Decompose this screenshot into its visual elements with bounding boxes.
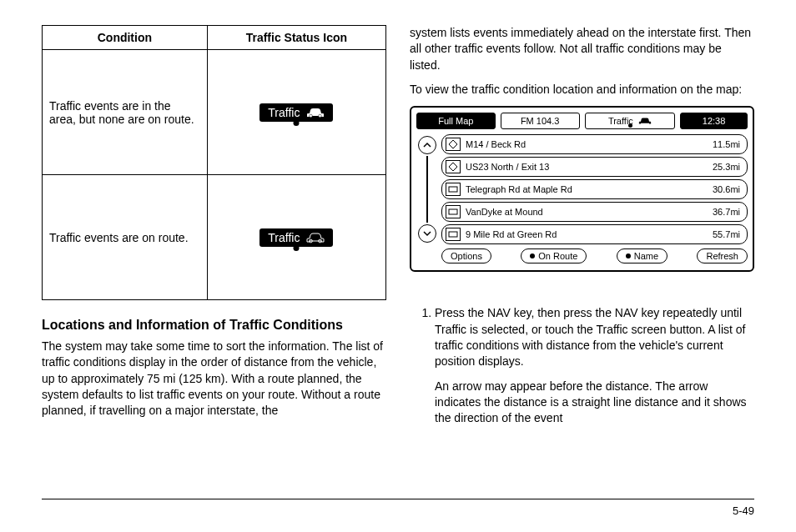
cond-2-text: Traffic events are on route. — [43, 175, 208, 300]
traffic-event-icon — [446, 205, 461, 218]
traffic-event-icon — [446, 183, 461, 196]
svg-rect-6 — [449, 232, 457, 237]
traffic-event-icon — [446, 160, 461, 173]
scroll-arrows — [416, 134, 438, 244]
tab-fullmap[interactable]: Full Map — [416, 113, 496, 129]
scroll-down-button[interactable] — [418, 224, 436, 243]
badge-dot-icon — [294, 120, 300, 126]
list-item[interactable]: 9 Mile Rd at Green Rd 55.7mi — [441, 224, 748, 244]
badge-dot-icon — [294, 245, 300, 251]
row-name: Telegraph Rd at Maple Rd — [466, 184, 704, 194]
traffic-condition-table: Condition Traffic Status Icon Traffic ev… — [42, 25, 386, 300]
row-distance: 36.7mi — [709, 207, 740, 217]
row-name: US23 North / Exit 13 — [466, 162, 704, 172]
tab-radio[interactable]: FM 104.3 — [501, 113, 580, 129]
list-item[interactable]: Telegraph Rd at Maple Rd 30.6mi — [441, 179, 748, 199]
list-item[interactable]: US23 North / Exit 13 25.3mi — [441, 157, 748, 177]
step-1-text: Press the NAV key, then press the NAV ke… — [435, 306, 745, 368]
refresh-button[interactable]: Refresh — [697, 248, 748, 263]
svg-point-0 — [310, 114, 313, 118]
cond-1-text: Traffic events are in the area, but none… — [43, 50, 208, 175]
th-condition: Condition — [43, 26, 208, 50]
nav-header: Full Map FM 104.3 Traffic 12:38 — [416, 113, 748, 129]
nav-footer: Options On Route Name Refresh — [416, 248, 748, 263]
tab-clock[interactable]: 12:38 — [680, 113, 748, 129]
traffic-badge-off-route: Traffic — [259, 103, 333, 122]
page-footer: 5-49 — [42, 499, 754, 517]
chevron-down-icon — [423, 230, 431, 237]
step-1-sub: An arrow may appear before the distance.… — [435, 379, 754, 427]
car-icon — [306, 232, 325, 243]
instruction-list: Press the NAV key, then press the NAV ke… — [410, 305, 754, 426]
row-name: VanDyke at Mound — [466, 207, 704, 217]
scroll-up-button[interactable] — [418, 136, 436, 154]
btn-label: Name — [634, 251, 658, 261]
car-icon — [306, 107, 325, 118]
th-icon: Traffic Status Icon — [207, 26, 385, 50]
traffic-event-icon — [446, 228, 461, 241]
car-icon — [638, 117, 652, 125]
cond-2-icon: Traffic — [207, 175, 385, 300]
tab-traffic[interactable]: Traffic — [585, 113, 676, 129]
btn-label: On Route — [538, 251, 577, 261]
section-heading: Locations and Information of Traffic Con… — [42, 317, 386, 334]
name-button[interactable]: Name — [617, 248, 668, 263]
dot-icon — [530, 253, 535, 258]
row-distance: 55.7mi — [709, 229, 740, 239]
svg-rect-4 — [449, 187, 457, 192]
table-row: Traffic events are in the area, but none… — [43, 50, 386, 175]
cond-1-icon: Traffic — [207, 50, 385, 175]
chevron-up-icon — [423, 142, 431, 148]
tab-dot-icon — [628, 123, 632, 128]
list-item[interactable]: VanDyke at Mound 36.7mi — [441, 202, 748, 222]
row-name: M14 / Beck Rd — [466, 139, 704, 149]
left-para: The system may take some time to sort th… — [42, 339, 386, 419]
scroll-track — [426, 156, 428, 223]
row-name: 9 Mile Rd at Green Rd — [466, 229, 704, 239]
traffic-list: M14 / Beck Rd 11.5mi US23 North / Exit 1… — [441, 134, 748, 244]
svg-point-1 — [319, 114, 322, 118]
traffic-badge-on-route: Traffic — [259, 228, 333, 247]
right-para-2: To view the traffic condition location a… — [410, 82, 754, 98]
on-route-button[interactable]: On Route — [521, 248, 587, 263]
row-distance: 11.5mi — [709, 139, 740, 149]
traffic-badge-label: Traffic — [268, 231, 300, 244]
options-button[interactable]: Options — [441, 248, 491, 263]
traffic-event-icon — [446, 138, 461, 151]
table-row: Traffic events are on route. Traffic — [43, 175, 386, 300]
page-number: 5-49 — [733, 504, 754, 517]
right-para-1: system lists events immediately ahead on… — [410, 25, 754, 73]
row-distance: 30.6mi — [709, 184, 740, 194]
traffic-screen-figure: Full Map FM 104.3 Traffic 12:38 — [410, 106, 754, 272]
row-distance: 25.3mi — [709, 162, 740, 172]
list-item[interactable]: M14 / Beck Rd 11.5mi — [441, 134, 748, 154]
dot-icon — [626, 253, 631, 258]
step-1: Press the NAV key, then press the NAV ke… — [435, 305, 754, 426]
svg-rect-5 — [449, 209, 457, 214]
traffic-badge-label: Traffic — [268, 106, 300, 119]
